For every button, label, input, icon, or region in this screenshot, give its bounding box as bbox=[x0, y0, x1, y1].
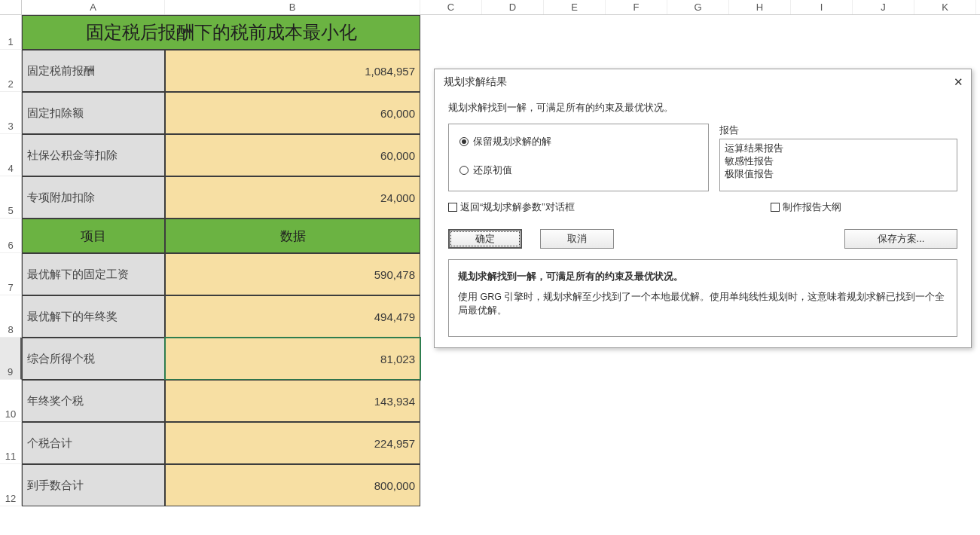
row-header-5[interactable]: 5 bbox=[0, 176, 22, 219]
checkbox-return-label: 返回“规划求解参数”对话框 bbox=[460, 200, 575, 214]
col-header-C[interactable]: C bbox=[420, 0, 482, 14]
dialog-titlebar[interactable]: 规划求解结果 ✕ bbox=[435, 69, 971, 96]
checkbox-outline-report[interactable]: 制作报告大纲 bbox=[771, 200, 841, 214]
radio-restore-label: 还原初值 bbox=[473, 164, 512, 177]
checkbox-icon bbox=[771, 203, 780, 212]
col-header-B[interactable]: B bbox=[165, 0, 420, 14]
row-header-4[interactable]: 4 bbox=[0, 134, 22, 176]
col-header-A[interactable]: A bbox=[22, 0, 165, 14]
report-item-sensitivity[interactable]: 敏感性报告 bbox=[725, 155, 952, 168]
cancel-button[interactable]: 取消 bbox=[540, 229, 614, 249]
value-insurance-deduction[interactable]: 60,000 bbox=[165, 134, 420, 176]
row-header-1[interactable]: 1 bbox=[0, 15, 22, 50]
dialog-info-box: 规划求解找到一解，可满足所有的约束及最优状况。 使用 GRG 引擎时，规划求解至… bbox=[448, 259, 957, 337]
header-data[interactable]: 数据 bbox=[165, 219, 420, 253]
row-header-8[interactable]: 8 bbox=[0, 295, 22, 338]
value-optimal-bonus[interactable]: 494,479 bbox=[165, 295, 420, 338]
grid-row-12: 12 到手数合计 800,000 bbox=[0, 464, 980, 506]
reports-listbox[interactable]: 运算结果报告 敏感性报告 极限值报告 bbox=[719, 139, 957, 191]
solution-groupbox: 保留规划求解的解 还原初值 bbox=[448, 124, 709, 191]
close-icon[interactable]: ✕ bbox=[954, 75, 963, 89]
radio-keep-solution[interactable]: 保留规划求解的解 bbox=[459, 135, 698, 148]
label-optimal-salary[interactable]: 最优解下的固定工资 bbox=[22, 253, 165, 295]
label-tax-total[interactable]: 个税合计 bbox=[22, 422, 165, 464]
dialog-title: 规划求解结果 bbox=[444, 75, 507, 89]
header-project[interactable]: 项目 bbox=[22, 219, 165, 253]
radio-restore-values[interactable]: 还原初值 bbox=[459, 164, 698, 177]
col-header-H[interactable]: H bbox=[729, 0, 791, 14]
label-insurance-deduction[interactable]: 社保公积金等扣除 bbox=[22, 134, 165, 176]
col-header-K[interactable]: K bbox=[914, 0, 976, 14]
value-income-tax[interactable]: 81,023 bbox=[165, 338, 420, 380]
column-headers: A B C D E F G H I J K bbox=[0, 0, 980, 15]
label-fixed-pretax[interactable]: 固定税前报酬 bbox=[22, 50, 165, 92]
grid-row-1: 1 固定税后报酬下的税前成本最小化 bbox=[0, 15, 980, 50]
save-scenario-button[interactable]: 保存方案... bbox=[844, 229, 957, 249]
radio-keep-label: 保留规划求解的解 bbox=[473, 135, 551, 148]
row-header-11[interactable]: 11 bbox=[0, 422, 22, 464]
value-fixed-pretax[interactable]: 1,084,957 bbox=[165, 50, 420, 92]
label-bonus-tax[interactable]: 年终奖个税 bbox=[22, 380, 165, 422]
col-header-E[interactable]: E bbox=[544, 0, 606, 14]
row-header-9[interactable]: 9 bbox=[0, 338, 22, 380]
report-item-limits[interactable]: 极限值报告 bbox=[725, 168, 952, 181]
row-header-7[interactable]: 7 bbox=[0, 253, 22, 295]
radio-icon bbox=[459, 137, 469, 146]
info-bold-text: 规划求解找到一解，可满足所有的约束及最优状况。 bbox=[458, 269, 948, 284]
col-header-F[interactable]: F bbox=[606, 0, 667, 14]
label-special-deduction[interactable]: 专项附加扣除 bbox=[22, 176, 165, 219]
value-bonus-tax[interactable]: 143,934 bbox=[165, 380, 420, 422]
reports-section: 报告 运算结果报告 敏感性报告 极限值报告 bbox=[719, 124, 957, 191]
checkbox-outline-label: 制作报告大纲 bbox=[783, 200, 841, 214]
dialog-message: 规划求解找到一解，可满足所有的约束及最优状况。 bbox=[448, 101, 957, 115]
reports-label: 报告 bbox=[719, 124, 957, 137]
label-optimal-bonus[interactable]: 最优解下的年终奖 bbox=[22, 295, 165, 338]
value-optimal-salary[interactable]: 590,478 bbox=[165, 253, 420, 295]
title-cell[interactable]: 固定税后报酬下的税前成本最小化 bbox=[22, 15, 420, 50]
row-header-3[interactable]: 3 bbox=[0, 92, 22, 134]
report-item-answer[interactable]: 运算结果报告 bbox=[725, 142, 952, 155]
value-takehome-total[interactable]: 800,000 bbox=[165, 464, 420, 506]
value-special-deduction[interactable]: 24,000 bbox=[165, 176, 420, 219]
grid-row-10: 10 年终奖个税 143,934 bbox=[0, 380, 980, 422]
ok-button[interactable]: 确定 bbox=[448, 229, 522, 249]
value-tax-total[interactable]: 224,957 bbox=[165, 422, 420, 464]
select-all-corner[interactable] bbox=[0, 0, 22, 14]
row-header-12[interactable]: 12 bbox=[0, 464, 22, 506]
label-income-tax[interactable]: 综合所得个税 bbox=[22, 338, 165, 380]
info-body-text: 使用 GRG 引擎时，规划求解至少找到了一个本地最优解。使用单纯线性规划时，这意… bbox=[458, 292, 945, 316]
row-header-2[interactable]: 2 bbox=[0, 50, 22, 92]
col-header-D[interactable]: D bbox=[482, 0, 544, 14]
radio-icon bbox=[459, 166, 469, 175]
row-header-10[interactable]: 10 bbox=[0, 380, 22, 422]
checkbox-return-dialog[interactable]: 返回“规划求解参数”对话框 bbox=[448, 200, 575, 214]
solver-result-dialog: 规划求解结果 ✕ 规划求解找到一解，可满足所有的约束及最优状况。 保留规划求解的… bbox=[434, 69, 972, 348]
label-takehome-total[interactable]: 到手数合计 bbox=[22, 464, 165, 506]
col-header-J[interactable]: J bbox=[853, 0, 914, 14]
row-header-6[interactable]: 6 bbox=[0, 219, 22, 253]
col-header-I[interactable]: I bbox=[791, 0, 853, 14]
grid-row-11: 11 个税合计 224,957 bbox=[0, 422, 980, 464]
value-fixed-deduction[interactable]: 60,000 bbox=[165, 92, 420, 134]
checkbox-icon bbox=[448, 203, 457, 212]
col-header-G[interactable]: G bbox=[667, 0, 729, 14]
label-fixed-deduction[interactable]: 固定扣除额 bbox=[22, 92, 165, 134]
